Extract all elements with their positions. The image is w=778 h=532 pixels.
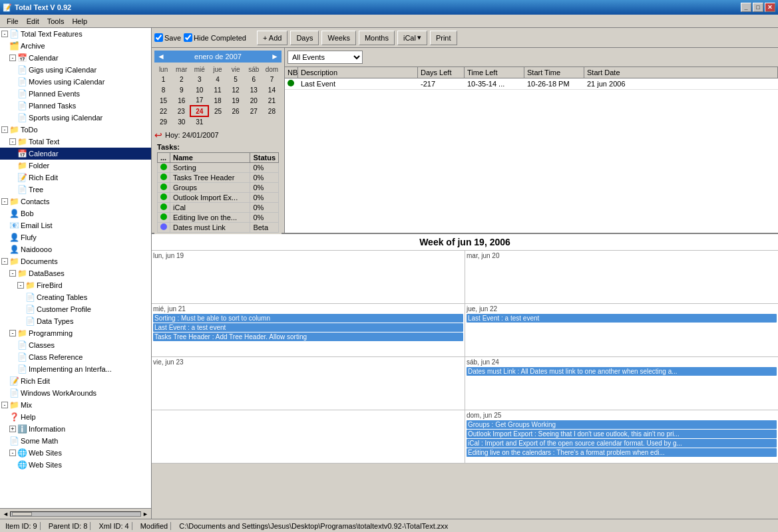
months-button[interactable]: Months: [359, 31, 395, 45]
expand-icon[interactable]: -: [9, 330, 16, 336]
sidebar-item-firebird[interactable]: - 📁 FireBird: [0, 279, 151, 291]
sidebar-item-information[interactable]: + ℹ️ Information: [0, 423, 151, 435]
cal-cell[interactable]: 28: [263, 106, 281, 116]
sidebar-item-web-sites-child[interactable]: 🌐 Web Sites: [0, 459, 151, 471]
task-name[interactable]: Groups: [170, 183, 250, 193]
cal-cell[interactable]: 18: [208, 95, 226, 106]
save-checkbox[interactable]: [154, 33, 163, 42]
sidebar-item-rich-edit2[interactable]: 📝 Rich Edit: [0, 375, 151, 387]
cal-cell[interactable]: 31: [190, 116, 208, 127]
save-checkbox-label[interactable]: Save: [154, 33, 181, 42]
events-row[interactable]: Last Event -217 10-35-14 ... 10-26-18 PM…: [285, 78, 778, 90]
week-event[interactable]: Editing live on the calendars : There's …: [467, 448, 777, 457]
week-event[interactable]: Sorting : Must be able to sort to column: [153, 314, 463, 323]
hscroll-thumb[interactable]: [12, 512, 32, 516]
expand-icon[interactable]: -: [1, 258, 8, 265]
sidebar-item-creating-tables[interactable]: 📄 Creating Tables: [0, 291, 151, 303]
task-name[interactable]: Dates must Link: [170, 223, 250, 233]
week-event[interactable]: Last Event : a test event: [467, 314, 777, 323]
maximize-button[interactable]: □: [753, 3, 763, 12]
sidebar-scroll[interactable]: - 📄 Total Text Features 🗂️ Archive - 📅 C…: [0, 28, 151, 508]
cal-cell[interactable]: 14: [263, 84, 281, 95]
cal-cell[interactable]: 1: [154, 74, 172, 84]
week-event[interactable]: Outlook Import Export : Seeing that I do…: [467, 430, 777, 438]
sidebar-item-bob[interactable]: 👤 Bob: [0, 207, 151, 219]
cal-cell[interactable]: 27: [245, 106, 263, 116]
sidebar-hscrollbar[interactable]: ◄ ►: [0, 508, 151, 519]
sidebar-item-contacts[interactable]: - 📁 Contacts: [0, 196, 151, 207]
events-filter-select[interactable]: All Events Upcoming Events Past Events: [288, 51, 363, 64]
cal-cell[interactable]: 26: [227, 106, 245, 116]
cal-next-button[interactable]: ►: [271, 52, 279, 61]
sidebar-item-databases[interactable]: - 📁 DataBases: [0, 267, 151, 279]
sidebar-item-movies[interactable]: 📄 Movies using iCalendar: [0, 76, 151, 88]
cal-cell[interactable]: 9: [172, 84, 190, 95]
sidebar-item-rich-edit[interactable]: 📝 Rich Edit: [0, 172, 151, 184]
sidebar-item-planned-events[interactable]: 📄 Planned Events: [0, 88, 151, 100]
cal-cell[interactable]: 4: [208, 74, 226, 84]
expand-icon[interactable]: -: [9, 270, 16, 277]
cal-cell[interactable]: 30: [172, 116, 190, 127]
sidebar-item-windows-wa[interactable]: 📄 Windows WorkArounds: [0, 387, 151, 399]
sidebar-item-programming[interactable]: - 📁 Programming: [0, 327, 151, 339]
cal-cell[interactable]: 20: [245, 95, 263, 106]
expand-icon[interactable]: -: [9, 450, 16, 456]
cal-cell[interactable]: 7: [263, 74, 281, 84]
week-event[interactable]: Groups : Get Groups Working: [467, 420, 777, 429]
sidebar-item-web-sites[interactable]: - 🌐 Web Sites: [0, 447, 151, 459]
close-button[interactable]: ✕: [765, 3, 775, 12]
expand-icon[interactable]: -: [1, 198, 8, 205]
cal-cell[interactable]: 10: [190, 84, 208, 95]
cal-cell[interactable]: 15: [154, 95, 172, 106]
minimize-button[interactable]: _: [741, 3, 751, 12]
cal-cell[interactable]: 22: [154, 106, 172, 116]
week-event[interactable]: Tasks Tree Header : Add Tree Header. All…: [153, 332, 463, 341]
sidebar-item-total-text-features[interactable]: - 📄 Total Text Features: [0, 28, 151, 40]
sidebar-item-documents[interactable]: - 📁 Documents: [0, 255, 151, 267]
hscroll-right-btn[interactable]: ►: [141, 511, 150, 517]
sidebar-item-implementing[interactable]: 📄 Implementing an Interfa...: [0, 363, 151, 375]
task-name[interactable]: Outlook Import Ex...: [170, 193, 250, 203]
cal-cell[interactable]: 16: [172, 95, 190, 106]
sidebar-item-archive[interactable]: 🗂️ Archive: [0, 40, 151, 52]
sidebar-item-calendar-node[interactable]: 📅 Calendar: [0, 148, 151, 160]
cal-cell[interactable]: 25: [208, 106, 226, 116]
cal-cell[interactable]: 11: [208, 84, 226, 95]
week-event[interactable]: Dates must Link : All Dates must link to…: [467, 367, 777, 376]
cal-cell[interactable]: 23: [172, 106, 190, 116]
sidebar-item-calendar[interactable]: - 📅 Calendar: [0, 52, 151, 64]
expand-icon[interactable]: +: [9, 426, 16, 432]
sidebar-item-planned-tasks[interactable]: 📄 Planned Tasks: [0, 100, 151, 112]
sidebar-item-help[interactable]: ❓ Help: [0, 411, 151, 423]
cal-cell[interactable]: 12: [227, 84, 245, 95]
expand-icon[interactable]: -: [9, 138, 16, 145]
expand-icon[interactable]: -: [17, 282, 24, 289]
cal-cell[interactable]: 8: [154, 84, 172, 95]
cal-cell[interactable]: 3: [190, 74, 208, 84]
print-button[interactable]: Print: [430, 31, 457, 45]
menu-file[interactable]: File: [3, 16, 23, 27]
sidebar-item-classes[interactable]: 📄 Classes: [0, 339, 151, 351]
sidebar-item-tree[interactable]: 📄 Tree: [0, 184, 151, 196]
cal-cell-today[interactable]: 24: [190, 106, 208, 116]
sidebar-item-gigs[interactable]: 📄 Gigs using iCalendar: [0, 64, 151, 76]
cal-cell[interactable]: 5: [227, 74, 245, 84]
weeks-button[interactable]: Weeks: [321, 31, 355, 45]
task-name[interactable]: iCal: [170, 203, 250, 213]
menu-tools[interactable]: Tools: [43, 16, 69, 27]
cal-cell[interactable]: 6: [245, 74, 263, 84]
sidebar-item-todo[interactable]: - 📁 ToDo: [0, 124, 151, 136]
add-button[interactable]: + Add: [257, 31, 288, 45]
ical-button[interactable]: iCal ▾: [397, 31, 427, 45]
menu-edit[interactable]: Edit: [23, 16, 43, 27]
cal-cell[interactable]: 19: [227, 95, 245, 106]
task-name[interactable]: Tasks Tree Header: [170, 173, 250, 183]
cal-cell[interactable]: 17: [190, 95, 208, 106]
menu-help[interactable]: Help: [68, 16, 91, 27]
expand-icon[interactable]: -: [1, 402, 8, 408]
sidebar-item-sports[interactable]: 📄 Sports using iCalendar: [0, 112, 151, 124]
week-event[interactable]: Last Event : a test event: [153, 323, 463, 332]
cal-cell[interactable]: 13: [245, 84, 263, 95]
hscroll-track[interactable]: [10, 511, 141, 517]
sidebar-item-total-text[interactable]: - 📁 Total Text: [0, 136, 151, 148]
